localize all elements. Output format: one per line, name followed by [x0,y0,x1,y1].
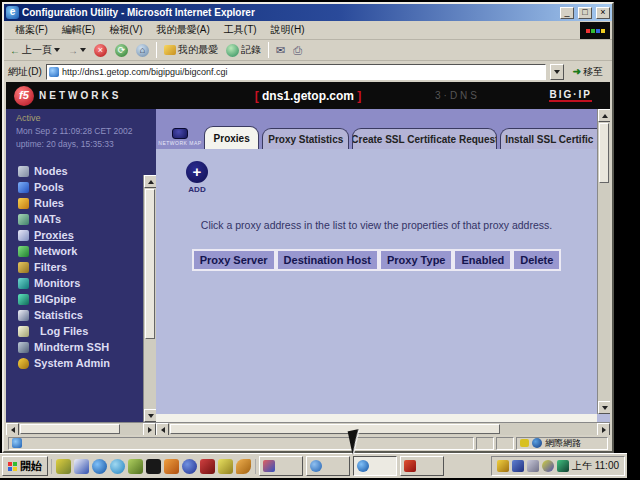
forward-button[interactable]: → [65,44,89,57]
mail-icon: ✉ [276,44,285,57]
sidebar-item-pools[interactable]: Pools [6,179,156,195]
print-button[interactable]: ⎙ [290,43,305,58]
nats-icon [18,214,29,225]
menu-file[interactable]: 檔案(F) [8,21,55,39]
scroll-right-icon[interactable] [143,423,156,435]
scheduler-icon[interactable] [542,460,554,472]
favorites-button[interactable]: 我的最愛 [161,42,221,58]
stop-button[interactable]: × [91,43,110,58]
sidebar-item-monitors[interactable]: Monitors [6,275,156,291]
titlebar[interactable]: e Configuration Utility - Microsoft Inte… [4,4,612,21]
menu-edit[interactable]: 編輯(E) [55,21,102,39]
close-button[interactable]: × [596,7,610,19]
browser2-icon[interactable] [236,459,251,474]
sidebar-item-filters[interactable]: Filters [6,259,156,275]
home-button[interactable]: ⌂ [133,43,152,58]
scroll-down-icon[interactable] [598,401,610,414]
main-scrollbar[interactable] [597,109,610,414]
sidebar-scroll-thumb[interactable] [145,189,155,339]
sidebar-scrollbar[interactable] [143,175,156,422]
forward-dropdown-icon[interactable] [80,48,86,52]
outlook-icon[interactable] [74,459,89,474]
back-dropdown-icon[interactable] [54,48,60,52]
tab-create-ssl-cert-request[interactable]: Create SSL Certificate Request [352,128,497,149]
network-tray-icon[interactable] [527,460,539,472]
scroll-left-icon[interactable] [6,423,19,435]
address-label: 網址(D) [8,65,42,79]
task-button-ie-active[interactable] [353,456,397,476]
column-enabled[interactable]: Enabled [453,249,512,271]
tab-proxies[interactable]: Proxies [204,126,259,149]
tab-proxy-statistics[interactable]: Proxy Statistics [262,128,349,149]
display-icon[interactable] [512,460,524,472]
sidebar-hscroll-thumb[interactable] [20,424,120,434]
volume-icon[interactable] [497,460,509,472]
sidebar-item-rules[interactable]: Rules [6,195,156,211]
globe-icon[interactable] [182,459,197,474]
ie-quicklaunch-icon[interactable] [92,459,107,474]
show-desktop-icon[interactable] [56,459,71,474]
bigpipe-icon [18,294,29,305]
menu-view[interactable]: 檢視(V) [102,21,149,39]
main-hscrollbar[interactable] [156,422,610,435]
history-icon [226,44,239,57]
document-icon [12,438,22,448]
scroll-up-icon[interactable] [598,109,610,122]
sidebar-item-bigpipe[interactable]: BIGpipe [6,291,156,307]
sidebar-item-sysadmin[interactable]: System Admin [6,355,156,371]
address-input[interactable]: http://dns1.getop.com/bigipgui/bigconf.c… [46,64,546,80]
go-button[interactable]: ➜ 移至 [568,63,608,81]
menu-favorites[interactable]: 我的最愛(A) [149,21,216,39]
sidebar-item-nodes[interactable]: Nodes [6,163,156,179]
scroll-left-icon[interactable] [156,423,169,435]
address-dropdown-button[interactable] [550,64,564,80]
main-scroll-thumb[interactable] [599,123,609,183]
maximize-button[interactable]: □ [578,7,592,19]
column-delete[interactable]: Delete [512,249,561,271]
sidebar-hscrollbar[interactable] [6,422,156,435]
product-3dns-label: 3·DNS [435,90,480,101]
keys-icon[interactable] [218,459,233,474]
task-button-2[interactable] [306,456,350,476]
menu-help[interactable]: 說明(H) [264,21,312,39]
proxies-icon [18,230,29,241]
sysadmin-icon [18,358,29,369]
back-button[interactable]: ← 上一頁 [7,42,63,58]
rules-icon [18,198,29,209]
acrobat-icon[interactable] [200,459,215,474]
refresh-button[interactable]: ⟳ [112,43,131,58]
app-icon-2 [310,460,322,472]
antivirus-icon[interactable] [557,460,569,472]
home-icon: ⌂ [136,44,149,57]
network-map-button[interactable]: NETWORK MAP [156,128,204,149]
task-button-1[interactable] [259,456,303,476]
column-proxy-server[interactable]: Proxy Server [192,249,276,271]
minimize-button[interactable]: _ [560,7,574,19]
mail-button[interactable]: ✉ [273,43,288,58]
app-icon-1 [263,460,275,472]
sidebar-item-statistics[interactable]: Statistics [6,307,156,323]
column-proxy-type[interactable]: Proxy Type [379,249,454,271]
scroll-right-icon[interactable] [597,423,610,435]
media-icon[interactable] [128,459,143,474]
taskbar-clock[interactable]: 上午 11:00 [572,459,619,473]
console-icon[interactable] [146,459,161,474]
history-button[interactable]: 記錄 [223,42,264,58]
menu-tools[interactable]: 工具(T) [217,21,264,39]
sidebar-item-network[interactable]: Network [6,243,156,259]
main-hscroll-thumb[interactable] [170,424,500,434]
sidebar-item-proxies[interactable]: Proxies [6,227,156,243]
start-button[interactable]: 開始 [2,456,48,476]
editor-icon[interactable] [164,459,179,474]
column-destination-host[interactable]: Destination Host [276,249,379,271]
address-url[interactable]: http://dns1.getop.com/bigipgui/bigconf.c… [62,67,228,77]
msn-icon[interactable] [110,459,125,474]
add-proxy-button[interactable]: + ADD [174,161,220,194]
sidebar-item-logfiles[interactable]: Log Files [6,323,156,339]
hostname-text: dns1.getop.com [259,89,358,103]
status-bar: 網際網路 [6,435,610,451]
tab-install-ssl-cert[interactable]: Install SSL Certific [500,128,597,149]
sidebar-item-nats[interactable]: NATs [6,211,156,227]
task-button-4[interactable] [400,456,444,476]
sidebar-item-mindterm[interactable]: Mindterm SSH [6,339,156,355]
